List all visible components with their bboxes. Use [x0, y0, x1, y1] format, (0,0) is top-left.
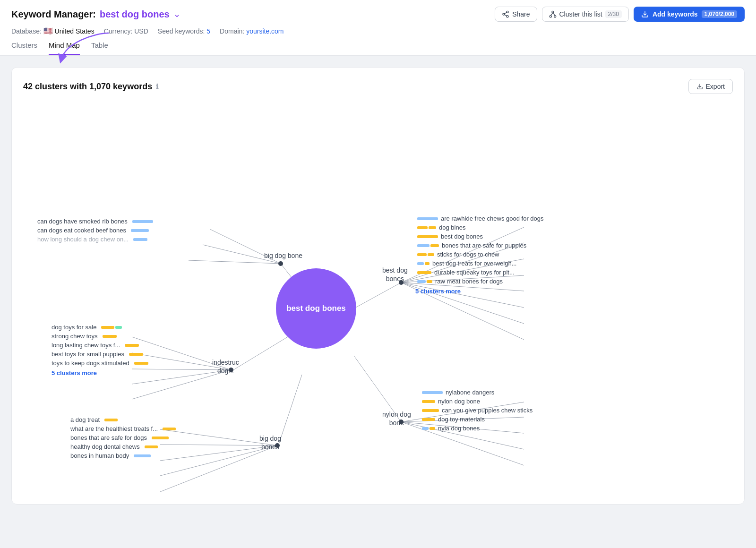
cluster-best-dog-bones: best dogbones [382, 266, 408, 283]
info-icon: ℹ [156, 83, 158, 90]
bar-group [417, 217, 438, 220]
tab-table[interactable]: Table [91, 41, 108, 55]
kw-text: are rawhide free chews good for dogs [441, 215, 544, 222]
bar-group [129, 353, 143, 356]
kw-row: how long should a dog chew on... [37, 236, 153, 243]
mindmap-area: best dog bones big dog bone best dogbone… [23, 105, 733, 493]
tabs-row: Clusters Mind Map Table [11, 41, 745, 55]
kw-text: durable squeaky toys for pit... [434, 269, 515, 276]
kw-row: bones that are safe for dogs [70, 434, 176, 441]
bar-group [103, 335, 117, 338]
kw-row: best dog treats for overweigh... [415, 260, 544, 267]
svg-point-5 [552, 11, 554, 13]
cluster-big-dog-bone: big dog bone [264, 252, 302, 259]
domain-val[interactable]: yoursite.com [246, 27, 284, 35]
kw-text: nylabone dangers [446, 389, 494, 396]
cluster-icon [549, 10, 557, 18]
share-button[interactable]: Share [495, 7, 537, 22]
kw-group-best-dog-bones: are rawhide free chews good for dogs dog… [415, 215, 544, 295]
cluster-big-dog-bones: big dogbones [259, 434, 281, 451]
kw-row: strong chew toys [52, 333, 148, 340]
tab-mindmap[interactable]: Mind Map [49, 41, 80, 55]
kw-text: long lasting chew toys f... [52, 342, 120, 349]
kw-row: healthy dog dental chews [70, 443, 176, 450]
cluster-badge: 2/30 [605, 10, 622, 18]
add-keywords-button[interactable]: Add keywords 1,070/2,000 [634, 7, 745, 22]
database-value: United States [55, 27, 94, 35]
svg-line-14 [233, 337, 288, 370]
kw-row: nylon dog bone [420, 398, 533, 405]
kw-row: can you give puppies chew sticks [420, 407, 533, 414]
kw-group-nylon-dog-bone: nylabone dangers nylon dog bone can you … [420, 389, 533, 434]
svg-point-1 [503, 13, 505, 15]
export-icon [696, 83, 703, 90]
svg-line-9 [553, 13, 555, 15]
top-actions: Share Cluster this list 2/30 Add keyword… [495, 7, 745, 22]
add-keywords-label: Add keywords [653, 10, 698, 18]
bar-group [134, 362, 148, 365]
kw-row: nylabone dangers [420, 389, 533, 396]
kw-row: best toys for small puppies [52, 351, 148, 358]
kw-row: toys to keep dogs stimulated [52, 360, 148, 367]
kw-row: sticks for dogs to chew [415, 251, 544, 258]
kw-text: how long should a dog chew on... [37, 236, 129, 243]
kw-text: healthy dog dental chews [70, 443, 140, 450]
center-circle: best dog bones [276, 268, 356, 349]
panel-header: 42 clusters with 1,070 keywords ℹ Export [23, 79, 733, 94]
seed-val[interactable]: 5 [206, 27, 210, 35]
main-content: 42 clusters with 1,070 keywords ℹ Export [0, 56, 756, 516]
bar-group [152, 437, 169, 439]
domain: Domain: yoursite.com [220, 27, 284, 35]
center-label: best dog bones [286, 304, 346, 313]
bar-group [417, 226, 436, 229]
indestructible-more-link[interactable]: 5 clusters more [52, 369, 148, 377]
kw-text: toys to keep dogs stimulated [52, 360, 129, 367]
bar-group [131, 229, 149, 232]
kw-row: bones that are safe for puppies [415, 242, 544, 249]
kw-text: can you give puppies chew sticks [442, 407, 533, 414]
export-button[interactable]: Export [688, 79, 733, 94]
kw-row: dog bines [415, 224, 544, 231]
cluster-label: Cluster this list [559, 10, 602, 18]
kw-text: dog bines [439, 224, 465, 231]
main-panel: 42 clusters with 1,070 keywords ℹ Export [11, 67, 745, 505]
kw-text: raw meat bones for dogs [435, 278, 503, 285]
svg-point-2 [507, 16, 508, 17]
kw-row: long lasting chew toys f... [52, 342, 148, 349]
bar-group [417, 271, 431, 274]
seed-keywords: Seed keywords: 5 [158, 27, 210, 35]
kw-row: raw meat bones for dogs [415, 278, 544, 285]
svg-line-37 [160, 445, 277, 492]
cluster-button[interactable]: Cluster this list 2/30 [542, 7, 629, 22]
kw-row: best dog bones [415, 233, 544, 240]
title-static-label: Keyword Manager: [11, 9, 96, 20]
kw-text: can dogs have smoked rib bones [37, 218, 128, 225]
kw-text: a dog treat [70, 416, 100, 423]
bar-group [145, 445, 158, 448]
export-label: Export [706, 83, 725, 90]
kw-row: can dogs have smoked rib bones [37, 218, 153, 225]
add-keywords-badge: 1,070/2,000 [702, 10, 737, 18]
kw-text: best dog treats for overweigh... [432, 260, 516, 267]
kw-text: bones in human body [70, 452, 129, 459]
title-caret-icon[interactable]: ⌄ [173, 9, 180, 19]
bar-group [417, 244, 439, 247]
cluster-indestructible: indestrucdog... [212, 358, 239, 375]
kw-row: dog toy materials [420, 416, 533, 423]
bar-group [133, 238, 147, 241]
best-dog-bones-more-link[interactable]: 5 clusters more [415, 288, 544, 295]
kw-row: nyla dog bones [420, 425, 533, 432]
kw-text: bones that are safe for dogs [70, 434, 147, 441]
kw-row: can dogs eat cooked beef bones [37, 227, 153, 234]
bar-group [417, 280, 432, 283]
panel-title-text: 42 clusters with 1,070 keywords [23, 82, 152, 92]
svg-line-3 [505, 15, 507, 16]
tab-clusters[interactable]: Clusters [11, 41, 37, 55]
bar-group [417, 262, 430, 265]
meta-row: Database: 🇺🇸 United States Currency: USD… [11, 26, 745, 35]
bar-group [101, 326, 122, 329]
bar-group [422, 418, 435, 421]
svg-line-13 [354, 283, 401, 308]
kw-text: nylon dog bone [438, 398, 480, 405]
bar-group [422, 391, 443, 394]
